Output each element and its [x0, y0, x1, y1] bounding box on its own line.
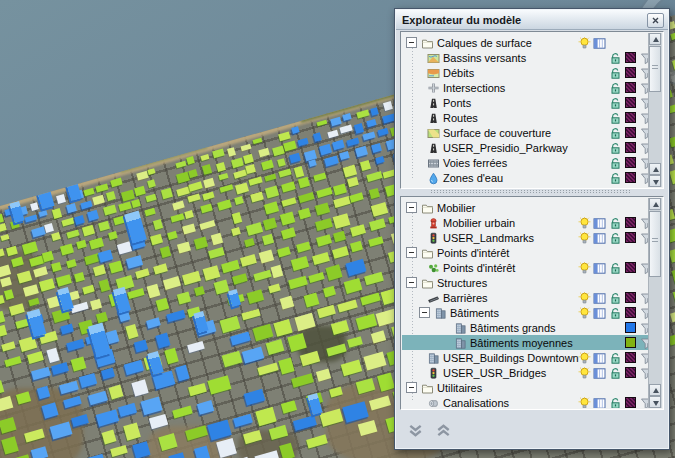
tree-item-voies-ferr-es[interactable]: Voies ferrées: [402, 155, 649, 170]
move-layer-up-button[interactable]: [430, 420, 456, 440]
expander-icon[interactable]: [406, 382, 417, 393]
color-swatch[interactable]: [625, 367, 636, 378]
tree-item-utilitaires[interactable]: Utilitaires: [402, 380, 649, 395]
color-swatch[interactable]: [625, 142, 636, 153]
scroll-up-button[interactable]: [649, 33, 661, 45]
tree-item-calques-de-surface[interactable]: Calques de surface: [402, 35, 649, 50]
color-swatch[interactable]: [625, 292, 636, 303]
color-swatch[interactable]: [625, 172, 636, 183]
tree-item-intersections[interactable]: Intersections: [402, 80, 649, 95]
move-layer-down-button[interactable]: [402, 420, 428, 440]
tree-item-routes[interactable]: Routes: [402, 110, 649, 125]
legend-icon[interactable]: [593, 291, 606, 304]
lock-icon[interactable]: [609, 126, 622, 139]
lightbulb-icon[interactable]: [578, 366, 591, 379]
tree-item-b-timents[interactable]: Bâtiments: [402, 305, 649, 320]
color-swatch[interactable]: [625, 67, 636, 78]
color-swatch[interactable]: [625, 232, 636, 243]
color-swatch[interactable]: [625, 307, 636, 318]
lock-icon[interactable]: [609, 51, 622, 64]
scroll-up-button[interactable]: [649, 163, 661, 175]
tree-item-user-landmarks[interactable]: USER_Landmarks: [402, 230, 649, 245]
legend-icon[interactable]: [593, 306, 606, 319]
lightbulb-icon[interactable]: [578, 396, 591, 408]
lock-icon[interactable]: [609, 156, 622, 169]
lock-icon[interactable]: [609, 111, 622, 124]
lightbulb-icon[interactable]: [578, 351, 591, 364]
tree-item-d-bits[interactable]: Débits: [402, 65, 649, 80]
tree-item-surface-de-couverture[interactable]: Surface de couverture: [402, 125, 649, 140]
tree-item-ponts[interactable]: Ponts: [402, 95, 649, 110]
tree-item-user-presidio-parkway[interactable]: USER_Presidio_Parkway: [402, 140, 649, 155]
legend-icon[interactable]: [593, 216, 606, 229]
panel-titlebar[interactable]: Explorateur du modèle: [396, 10, 668, 30]
legend-icon[interactable]: [593, 261, 606, 274]
legend-icon[interactable]: [593, 36, 606, 49]
color-swatch[interactable]: [625, 322, 636, 333]
lock-icon[interactable]: [609, 81, 622, 94]
lock-icon[interactable]: [609, 351, 622, 364]
tree-item-points-d-int-r-t[interactable]: Points d'intérêt: [402, 245, 649, 260]
legend-icon[interactable]: [593, 366, 606, 379]
lock-icon[interactable]: [609, 306, 622, 319]
lightbulb-icon[interactable]: [578, 291, 591, 304]
expander-icon[interactable]: [406, 247, 417, 258]
tree-item-barri-res[interactable]: Barrières: [402, 290, 649, 305]
tree-item-user-buildings-downtown[interactable]: USER_Buildings Downtown: [402, 350, 649, 365]
lock-icon[interactable]: [609, 96, 622, 109]
tree-item-b-timents-grands[interactable]: Bâtiments grands: [402, 320, 649, 335]
color-swatch[interactable]: [625, 352, 636, 363]
color-swatch[interactable]: [625, 82, 636, 93]
color-swatch[interactable]: [625, 157, 636, 168]
tree-item-points-d-int-r-t[interactable]: Points d'intérêt: [402, 260, 649, 275]
lock-icon[interactable]: [609, 66, 622, 79]
scrollbar-thumb[interactable]: [649, 46, 661, 92]
tree-item-mobilier-urbain[interactable]: Mobilier urbain: [402, 215, 649, 230]
expander-icon[interactable]: [406, 202, 417, 213]
tree-item-user-usr-bridges[interactable]: USER_USR_Bridges: [402, 365, 649, 380]
lock-icon[interactable]: [609, 396, 622, 408]
lock-icon[interactable]: [609, 216, 622, 229]
color-swatch[interactable]: [625, 127, 636, 138]
color-swatch[interactable]: [625, 262, 636, 273]
tree-splitter[interactable]: [400, 189, 662, 195]
lightbulb-icon[interactable]: [578, 36, 591, 49]
lock-icon[interactable]: [609, 261, 622, 274]
expander-icon[interactable]: [406, 277, 417, 288]
lock-icon[interactable]: [609, 171, 622, 184]
lock-icon[interactable]: [609, 231, 622, 244]
tree-item-bassins-versants[interactable]: Bassins versants: [402, 50, 649, 65]
lock-icon[interactable]: [609, 291, 622, 304]
color-swatch[interactable]: [625, 112, 636, 123]
tree-item-mobilier[interactable]: Mobilier: [402, 200, 649, 215]
color-swatch[interactable]: [625, 397, 636, 408]
color-swatch[interactable]: [625, 217, 636, 228]
lightbulb-icon[interactable]: [578, 261, 591, 274]
color-swatch[interactable]: [625, 52, 636, 63]
tree-item-zones-d-eau[interactable]: Zones d'eau: [402, 170, 649, 185]
lightbulb-icon[interactable]: [578, 306, 591, 319]
scroll-up-button[interactable]: [649, 198, 661, 210]
scroll-down-button[interactable]: [649, 396, 661, 408]
building: [92, 264, 105, 276]
legend-icon[interactable]: [593, 231, 606, 244]
color-swatch[interactable]: [625, 97, 636, 108]
surface-tree-scrollbar[interactable]: [648, 33, 662, 187]
lightbulb-icon[interactable]: [578, 231, 591, 244]
expander-icon[interactable]: [406, 37, 417, 48]
expander-icon[interactable]: [419, 307, 430, 318]
scroll-down-button[interactable]: [649, 175, 661, 187]
tree-item-b-timents-moyennes[interactable]: Bâtiments moyennes: [402, 335, 649, 350]
scroll-up-button[interactable]: [649, 384, 661, 396]
lock-icon[interactable]: [609, 141, 622, 154]
close-button[interactable]: [647, 13, 664, 28]
legend-icon[interactable]: [593, 396, 606, 408]
features-tree-scrollbar[interactable]: [648, 198, 662, 408]
lightbulb-icon[interactable]: [578, 216, 591, 229]
lock-icon[interactable]: [609, 366, 622, 379]
tree-item-canalisations[interactable]: Canalisations: [402, 395, 649, 408]
color-swatch[interactable]: [625, 337, 636, 348]
scrollbar-thumb[interactable]: [649, 211, 661, 277]
legend-icon[interactable]: [593, 351, 606, 364]
tree-item-structures[interactable]: Structures: [402, 275, 649, 290]
